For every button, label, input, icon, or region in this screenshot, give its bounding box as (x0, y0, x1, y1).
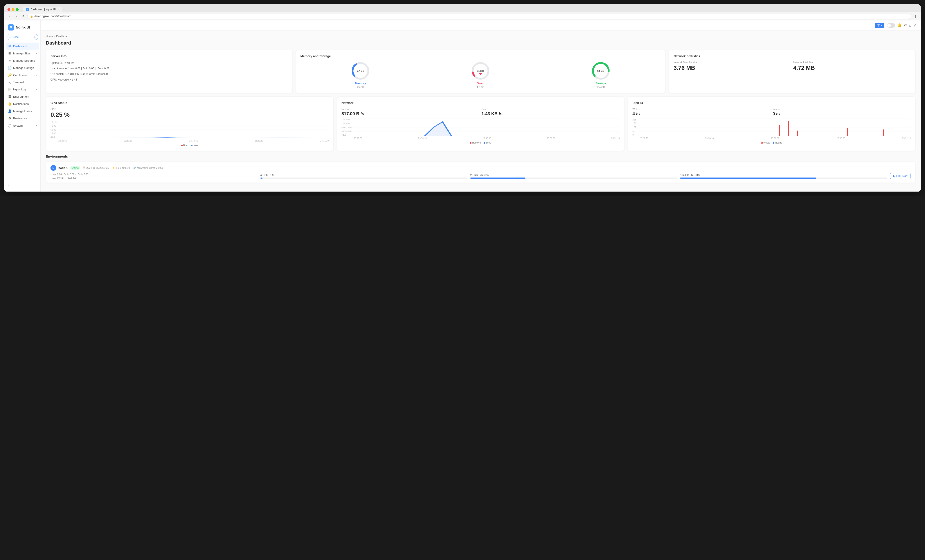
sidebar-item-label: Manage Sites (13, 52, 31, 55)
sidebar-item-manage-configs[interactable]: 📄 Manage Configs (6, 64, 39, 71)
refresh-icon[interactable]: ↺ (904, 23, 907, 27)
network-stats-title: Network Statistics (673, 54, 911, 58)
server-cpu: CPU: Neoverse-N1 * 4 (50, 78, 288, 82)
language-selector[interactable]: 繁 ▾ (875, 23, 884, 28)
sidebar-item-manage-streams[interactable]: ≋ Manage Streams (6, 57, 39, 64)
sidebar-item-label: Preference (13, 117, 27, 120)
env-load-label: 1min: 0.04 · 5min:0.06 · 15min:0.23 (50, 173, 258, 176)
breadcrumb: Home / Dashboard (46, 35, 915, 38)
link-start-button[interactable]: ▶ Link Start (890, 173, 911, 179)
main-body: Home / Dashboard Dashboard Server Info U… (41, 30, 920, 191)
sidebar: N Nginx UI ☰ Local ⚙ ⊞ Dashboard ⊟ Manag… (5, 20, 41, 191)
legend-send: Send (484, 142, 491, 144)
memory-gauge: 6.7 GB Memory 25 GB (351, 61, 370, 89)
x-label: 23:29:50 (354, 137, 362, 140)
maximize-button[interactable] (16, 8, 19, 11)
sidebar-item-preference[interactable]: ⚙ Preference (6, 115, 39, 122)
env-list-icon: ☰ (9, 35, 12, 39)
sidebar-item-system[interactable]: ◯ System ▾ (6, 122, 39, 129)
x-label: 23:31:10 (320, 140, 329, 142)
reload-button[interactable]: ↺ (21, 14, 26, 19)
sidebar-item-nginx-log[interactable]: 📋 Nginx Log ▾ (6, 86, 39, 93)
sidebar-item-notifications[interactable]: 🔔 Notifications (6, 100, 39, 107)
home-icon[interactable]: ⌂ (909, 24, 911, 27)
environments-section: Environments N node-1 Online ⏰ 2024-01-1… (46, 155, 915, 183)
env-node-name: node-1 (59, 166, 68, 170)
profile-action[interactable]: ⋮ (913, 14, 917, 18)
sidebar-collapse-button[interactable]: ‹ (5, 181, 41, 189)
system-icon: ◯ (8, 124, 11, 127)
swap-label: Swap (477, 81, 484, 85)
sidebar-item-label: Notifications (13, 102, 29, 105)
send-metric: Send 1.43 KB /s (481, 108, 620, 116)
notifications-bell-icon[interactable]: 🔔 (897, 23, 902, 27)
legend-user: User (181, 144, 188, 146)
switch-thumb (887, 24, 891, 27)
env-gear-icon[interactable]: ⚙ (33, 36, 36, 39)
y-label: 109 (633, 126, 636, 129)
env-upload: ↑ 107.69 KB (50, 176, 64, 179)
env-meta: ⏰ 2024-01-15 23:31:25 ⚡ 2.0.0-beta.10 🔗 … (83, 167, 163, 169)
sidebar-item-certificates[interactable]: 🔑 Certificates ▾ (6, 72, 39, 78)
sidebar-item-manage-users[interactable]: 👤 Manage Users (6, 107, 39, 114)
sidebar-item-terminal[interactable]: >_ Terminal (6, 79, 39, 86)
tab-favicon: N (26, 8, 29, 11)
fullscreen-icon[interactable]: ⤢ (913, 23, 916, 27)
env-memory-progress-bar (470, 178, 677, 179)
link-start-label: Link Start (896, 175, 907, 178)
cards-row-2: CPU Status CPU 0.25 % 100.00 75.00 50.00… (46, 96, 915, 151)
env-cpu-progress-fill (260, 178, 262, 179)
network-stats-grid: Network Total Receive 3.76 MB Network To… (673, 61, 911, 71)
sidebar-item-label: Manage Configs (13, 66, 34, 69)
sidebar-env-selector[interactable]: ☰ Local ⚙ (7, 34, 38, 40)
env-row-top: N node-1 Online ⏰ 2024-01-15 23:31:25 ⚡ … (50, 165, 911, 171)
disk-legend: Writes Reads (633, 142, 911, 144)
sidebar-item-label: Manage Streams (13, 59, 35, 62)
back-button[interactable]: ‹ (8, 14, 12, 19)
sidebar-item-dashboard[interactable]: ⊞ Dashboard (6, 42, 39, 50)
forward-button[interactable]: › (14, 14, 19, 19)
chevron-down-icon: ▾ (36, 52, 37, 55)
tab-bar: N Dashboard | Nginx UI ✕ + (23, 7, 917, 12)
swap-total: 1.0 GB (477, 86, 484, 89)
env-storage-progress-fill (680, 178, 816, 179)
language-label: 繁 ▾ (877, 24, 882, 27)
y-label: 55 (633, 130, 636, 132)
y-label: 1.34 MB/s (342, 119, 352, 121)
x-label: 23:31:10 (611, 137, 620, 140)
address-bar[interactable]: 🔒 demo.nginxui.com/#/dashboard (27, 14, 911, 19)
breadcrumb-home[interactable]: Home (46, 35, 53, 38)
server-load: Load Average: 1min: 0.03 | 5min:0.06 | 1… (50, 66, 288, 71)
env-row-bottom: 1min: 0.04 · 5min:0.06 · 15min:0.23 ↑ 10… (50, 173, 911, 179)
tab-close-button[interactable]: ✕ (57, 8, 59, 11)
send-value: 1.43 KB /s (481, 111, 620, 116)
minimize-button[interactable] (12, 8, 15, 11)
reads-value: 0 /s (773, 111, 911, 116)
dashboard-icon: ⊞ (8, 44, 11, 48)
new-tab-button[interactable]: + (63, 8, 65, 12)
environment-card: N node-1 Online ⏰ 2024-01-15 23:31:25 ⚡ … (46, 161, 915, 183)
sidebar-item-label: Environment (13, 95, 29, 98)
user-dot (181, 145, 182, 146)
server-uptime: Uptime: 497d 4h 3m (50, 61, 288, 65)
sidebar-item-manage-sites[interactable]: ⊟ Manage Sites ▾ (6, 50, 39, 57)
env-url: 🔗 http://nginx-demo-2:9000 (133, 167, 163, 169)
env-cpu-metric: 4 CPU · 1% (260, 173, 467, 179)
theme-toggle[interactable] (887, 23, 895, 28)
manage-streams-icon: ≋ (8, 59, 11, 62)
memory-label: Memory (355, 81, 366, 85)
active-tab[interactable]: N Dashboard | Nginx UI ✕ (23, 7, 62, 12)
network-x-labels: 23:29:50 23:30:10 23:30:30 23:30:50 23:3… (354, 137, 620, 140)
main-content: 繁 ▾ 🔔 ↺ ⌂ ⤢ Home / Dashboard (41, 20, 920, 191)
svg-marker-6 (479, 73, 482, 75)
logo-icon: N (8, 24, 14, 30)
env-storage-value: 104 GB · 65.63% (680, 173, 887, 177)
x-label: 23:30:30 (189, 140, 198, 142)
svg-text:64 GB: 64 GB (597, 69, 604, 72)
sidebar-item-environment[interactable]: ☰ Environment (6, 93, 39, 100)
cpu-value: 0.25 % (50, 111, 329, 118)
x-label: 23:30:10 (418, 137, 427, 140)
close-button[interactable] (8, 8, 10, 11)
cpu-x-labels: 23:29:50 23:30:10 23:30:30 23:30:50 23:3… (59, 140, 329, 142)
network-card: Network Receive 817.00 B /s Send 1.43 KB… (337, 96, 625, 151)
